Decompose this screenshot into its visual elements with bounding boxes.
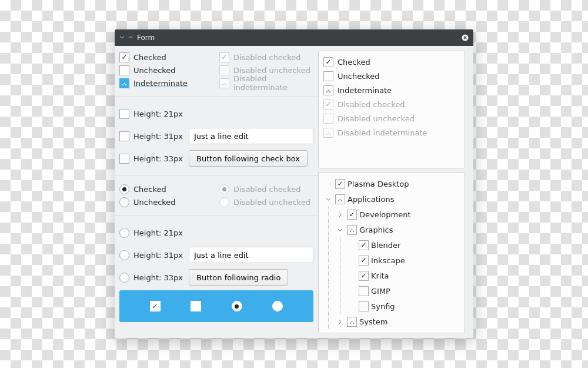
radio-disabled-checked: Disabled checked	[219, 183, 313, 195]
chevron-down-icon[interactable]	[335, 222, 345, 237]
button-following-checkbox[interactable]: Button following check box	[189, 150, 308, 167]
svg-point-13	[338, 200, 339, 201]
list-checkbox-unchecked[interactable]: Unchecked	[323, 69, 460, 83]
svg-point-14	[340, 198, 341, 200]
radio-label: Height: 31px	[133, 251, 183, 260]
radio-label: Height: 21px	[133, 228, 183, 237]
radio-height-row-31: Height: 31px	[119, 246, 313, 264]
tree-item-inkscape[interactable]: Inkscape	[323, 253, 460, 268]
svg-point-2	[124, 82, 125, 84]
blue-checkbox-unchecked[interactable]	[191, 301, 201, 311]
checkbox-height-21[interactable]: Height: 21px	[119, 109, 183, 119]
tree-label: Development	[359, 210, 411, 219]
window-title: Form	[137, 34, 155, 42]
checkbox-label: Disabled checked	[338, 100, 405, 109]
checkbox-checked[interactable]: Checked	[119, 51, 213, 64]
checkbox-indeterminate[interactable]: Indeterminate	[119, 77, 213, 89]
tree-item-applications[interactable]: Applications	[323, 191, 460, 207]
svg-point-10	[326, 134, 328, 135]
chevron-down-icon[interactable]	[323, 191, 333, 207]
listview-panel: Checked Unchecked Indeterminate Disabled…	[318, 51, 465, 168]
checkbox-label: Height: 31px	[133, 132, 183, 141]
checkbox-unchecked[interactable]: Unchecked	[119, 64, 213, 77]
blue-preview-bar	[119, 290, 313, 322]
checkbox-label: Indeterminate	[338, 86, 392, 95]
left-column: Checked Disabled checked Unchecked Disab…	[119, 51, 313, 333]
radio-unchecked[interactable]: Unchecked	[119, 195, 213, 208]
blue-radio-unchecked[interactable]	[272, 301, 283, 311]
tree-item-krita[interactable]: Krita	[323, 268, 460, 283]
svg-point-19	[350, 323, 351, 324]
separator	[115, 97, 318, 97]
lineedit-2[interactable]	[189, 247, 313, 263]
radio-label: Checked	[133, 185, 166, 194]
list-checkbox-disabled-checked: Disabled checked	[323, 97, 460, 111]
radio-grid: Checked Disabled checked Unchecked Disab…	[119, 183, 313, 208]
checkbox-label: Unchecked	[338, 72, 380, 81]
radio-height-row-33: Height: 33px Button following radio	[119, 268, 313, 287]
svg-point-9	[329, 91, 330, 92]
checkbox-height-31[interactable]: Height: 31px	[119, 131, 183, 141]
list-checkbox-checked[interactable]: Checked	[323, 55, 460, 69]
radio-height-31[interactable]: Height: 31px	[119, 250, 183, 260]
tree-label: Plasma Desktop	[348, 180, 409, 188]
form-window: Form Checked Disabled checked	[115, 29, 473, 338]
separator	[115, 175, 318, 175]
shade-down-icon[interactable]	[119, 34, 125, 42]
tree-item-plasma[interactable]: Plasma Desktop	[323, 176, 460, 191]
radio-disabled-unchecked: Disabled unchecked	[219, 195, 313, 208]
tree-label: GIMP	[371, 287, 390, 296]
checkbox-label: Disabled indeterminate	[233, 74, 313, 92]
svg-point-12	[329, 134, 330, 135]
titlebar[interactable]: Form	[115, 29, 473, 46]
checkbox-disabled-indeterminate: Disabled indeterminate	[219, 77, 313, 89]
blue-checkbox-checked[interactable]	[150, 301, 161, 311]
checkbox-label: Unchecked	[133, 66, 176, 75]
tree-label: Inkscape	[371, 256, 405, 265]
radio-height-21[interactable]: Height: 21px	[119, 228, 183, 238]
chevron-right-icon[interactable]	[335, 207, 345, 222]
chevron-right-icon[interactable]	[335, 314, 345, 329]
checkbox-disabled-checked: Disabled checked	[219, 51, 313, 64]
list-checkbox-indeterminate[interactable]: Indeterminate	[323, 83, 460, 97]
svg-point-17	[352, 229, 353, 230]
radio-checked[interactable]: Checked	[119, 183, 213, 195]
svg-point-1	[122, 84, 123, 85]
right-column: Checked Unchecked Indeterminate Disabled…	[318, 51, 465, 333]
checkbox-height-33[interactable]: Height: 33px	[119, 154, 183, 164]
tree-item-development[interactable]: Development	[323, 207, 460, 222]
tree-item-system[interactable]: System	[323, 314, 460, 329]
radio-label: Disabled unchecked	[233, 198, 310, 207]
blue-radio-checked[interactable]	[232, 301, 242, 311]
svg-point-7	[326, 91, 328, 92]
tree-item-gimp[interactable]: GIMP	[323, 283, 460, 299]
close-icon[interactable]	[462, 34, 469, 41]
height-row-31: Height: 31px	[119, 127, 313, 145]
radio-height-row-21: Height: 21px	[119, 223, 313, 242]
checkbox-label: Disabled unchecked	[338, 114, 415, 123]
shade-up-icon[interactable]	[128, 34, 133, 42]
checkbox-label: Height: 33px	[133, 154, 183, 163]
window-body: Checked Disabled checked Unchecked Disab…	[115, 46, 473, 338]
tree-label: System	[359, 317, 387, 326]
svg-point-8	[328, 89, 329, 91]
radio-height-33[interactable]: Height: 33px	[119, 273, 183, 283]
button-following-radio[interactable]: Button following radio	[189, 269, 288, 286]
checkbox-label: Disabled unchecked	[233, 66, 310, 75]
tree-item-graphics[interactable]: Graphics	[323, 222, 460, 237]
tree-label: Blender	[371, 241, 400, 250]
checkbox-label: Disabled indeterminate	[338, 128, 427, 137]
svg-point-4	[222, 84, 223, 85]
checkbox-label: Indeterminate	[133, 79, 188, 88]
checkbox-label: Checked	[133, 53, 166, 62]
svg-point-3	[125, 84, 126, 85]
tree-label: Applications	[348, 195, 394, 204]
svg-point-20	[352, 321, 353, 322]
svg-point-11	[328, 132, 329, 133]
lineedit-1[interactable]	[189, 128, 313, 144]
checkbox-label: Disabled checked	[233, 53, 300, 62]
radio-label: Height: 33px	[133, 273, 183, 282]
tree-item-blender[interactable]: Blender	[323, 237, 460, 253]
tree-item-synfig[interactable]: Synfig	[323, 299, 460, 314]
svg-point-16	[350, 231, 351, 232]
